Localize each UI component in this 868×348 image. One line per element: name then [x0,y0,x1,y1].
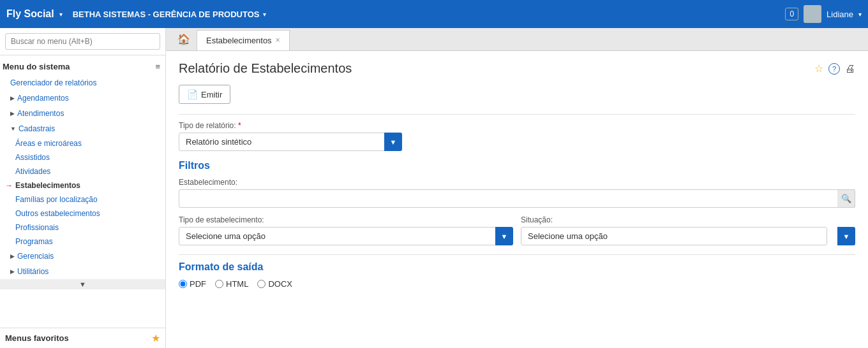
report-type-label: Tipo de relatório: * [179,121,855,130]
sidebar-item-gerenciais[interactable]: ▶ Gerenciais [0,249,165,264]
output-html-option[interactable]: HTML [215,279,248,289]
situacao-dropdown-arrow: ▼ [837,227,855,245]
sidebar-footer: Menus favoritos ★ [0,328,165,348]
search-icon: 🔍 [841,194,851,203]
top-nav-right: 0 Lidiane ▾ [785,5,862,23]
sidebar-item-gerenciador[interactable]: Gerenciador de relatórios [0,75,165,91]
content-area: 🏠 Estabelecimentos × Relatório de Estabe… [166,28,868,348]
tipo-estab-select[interactable]: Selecione uma opção [179,227,498,245]
sidebar-subitem-familias[interactable]: Famílias por localização [0,192,165,207]
sidebar-item-label: Gerenciais [17,252,54,261]
favorite-star-icon[interactable]: ☆ [814,62,823,75]
divider-1 [179,114,855,115]
sidebar-item-label: Programas [15,237,53,246]
sidebar-subitem-outros[interactable]: Outros estabelecimentos [0,207,165,221]
sidebar-item-label: Atividades [15,167,50,176]
sidebar-item-agendamentos[interactable]: ▶ Agendamentos [0,91,165,106]
output-section: Formato de saída PDF HTML DOCX [179,261,855,289]
document-icon: 📄 [187,89,198,99]
top-nav: Fly Social ▾ BETHA SISTEMAS - GERÊNCIA D… [0,0,868,28]
page-actions: ☆ ? 🖨 [814,62,855,75]
page-title: Relatório de Estabelecimentos [179,61,352,76]
tab-estabelecimentos[interactable]: Estabelecimentos × [197,30,290,50]
estabelecimento-field: Estabelecimento: 🔍 [179,178,855,208]
required-indicator: * [238,121,241,130]
estabelecimento-input[interactable] [179,189,855,208]
sidebar-scroll-down-button[interactable]: ▼ [0,279,165,289]
chevron-right-icon: ▶ [10,95,15,101]
print-icon[interactable]: 🖨 [845,63,855,75]
chevron-down-icon: ▼ [10,126,16,132]
emit-button[interactable]: 📄 Emitir [179,85,230,104]
situacao-select[interactable]: Selecione uma opção [521,227,827,245]
docx-label: DOCX [268,279,292,289]
favorites-star-icon[interactable]: ★ [151,332,160,344]
sidebar: Menu do sistema ≡ Gerenciador de relatór… [0,28,166,348]
filters-section: Filtros Estabelecimento: 🔍 Tipo de estab… [179,160,855,245]
sidebar-section-header: Menu do sistema ≡ [0,58,165,75]
org-label: BETHA SISTEMAS - GERÊNCIA DE PRODUTOS [73,10,260,19]
sidebar-item-label: Áreas e microáreas [15,139,82,148]
sidebar-item-utilitarios[interactable]: ▶ Utilitários [0,264,165,279]
report-type-select[interactable]: Relatório sintético [179,133,402,151]
tab-close-button[interactable]: × [276,36,280,45]
tab-home[interactable]: 🏠 [171,28,197,50]
sidebar-section-title-text: Menu do sistema [3,62,70,71]
help-icon[interactable]: ? [828,63,840,75]
situacao-select-wrapper: Selecione uma opção ▼ [521,227,855,245]
app-caret: ▾ [59,11,63,18]
report-type-section: Tipo de relatório: * Relatório sintético… [179,121,855,151]
app-menu-dropdown[interactable]: ▾ [59,11,63,18]
pin-icon[interactable]: ≡ [155,62,160,71]
chevron-right-icon: ▶ [10,253,15,259]
sidebar-subitem-assistidos[interactable]: Assistidos [0,150,165,164]
sidebar-item-label: Cadastrais [19,124,55,133]
estabelecimento-label: Estabelecimento: [179,178,855,187]
sidebar-subitem-programas[interactable]: Programas [0,235,165,249]
sidebar-item-label: Assistidos [15,153,50,162]
pdf-label: PDF [190,279,206,289]
user-caret-icon[interactable]: ▾ [858,11,862,18]
tipo-estab-label: Tipo de estabelecimento: [179,215,513,224]
output-title: Formato de saída [179,261,855,273]
user-label: Lidiane [827,10,853,19]
sidebar-item-label: Atendimentos [17,109,64,118]
situacao-field: Situação: Selecione uma opção ▼ [521,215,855,245]
page-header: Relatório de Estabelecimentos ☆ ? 🖨 [179,61,855,76]
html-radio[interactable] [215,280,223,288]
sidebar-item-label: Agendamentos [17,94,69,103]
sidebar-item-label: Utilitários [17,267,49,276]
sidebar-item-atendimentos[interactable]: ▶ Atendimentos [0,106,165,121]
tipo-estab-select-wrapper: Selecione uma opção ▼ [179,227,513,245]
output-pdf-option[interactable]: PDF [179,279,206,289]
sidebar-subitem-areas[interactable]: Áreas e microáreas [0,136,165,150]
tipo-estab-dropdown-arrow: ▼ [495,227,513,245]
sidebar-item-label: Outros estabelecimentos [15,209,100,218]
sidebar-item-label: Estabelecimentos [15,181,80,190]
report-type-select-wrapper: Relatório sintético ▼ [179,133,402,151]
pdf-radio[interactable] [179,280,187,288]
home-icon: 🏠 [177,34,190,45]
search-input[interactable] [5,33,160,50]
tabs-bar: 🏠 Estabelecimentos × [166,28,868,51]
org-menu-dropdown[interactable]: ▾ [263,11,266,18]
docx-radio[interactable] [257,280,266,288]
divider-2 [179,254,855,255]
emit-button-label: Emitir [201,90,222,99]
chevron-right-icon: ▶ [10,110,15,117]
sidebar-item-label: Gerenciador de relatórios [10,78,96,87]
sidebar-subitem-atividades[interactable]: Atividades [0,164,165,178]
filters-title: Filtros [179,160,855,171]
avatar[interactable] [804,5,821,23]
notification-badge[interactable]: 0 [785,8,798,20]
sidebar-item-cadastrais[interactable]: ▼ Cadastrais [0,121,165,136]
sidebar-body: Menu do sistema ≡ Gerenciador de relatór… [0,55,165,328]
sidebar-subitem-profissionais[interactable]: Profissionais [0,221,165,235]
main-content: Relatório de Estabelecimentos ☆ ? 🖨 📄 Em… [166,51,868,348]
sidebar-subitem-estabelecimentos[interactable]: Estabelecimentos [0,178,165,192]
estabelecimento-search-button[interactable]: 🔍 [837,189,855,208]
app-title[interactable]: Fly Social [6,8,54,20]
estabelecimento-input-wrapper: 🔍 [179,189,855,208]
tipo-estab-field: Tipo de estabelecimento: Selecione uma o… [179,215,513,245]
output-docx-option[interactable]: DOCX [257,279,292,289]
